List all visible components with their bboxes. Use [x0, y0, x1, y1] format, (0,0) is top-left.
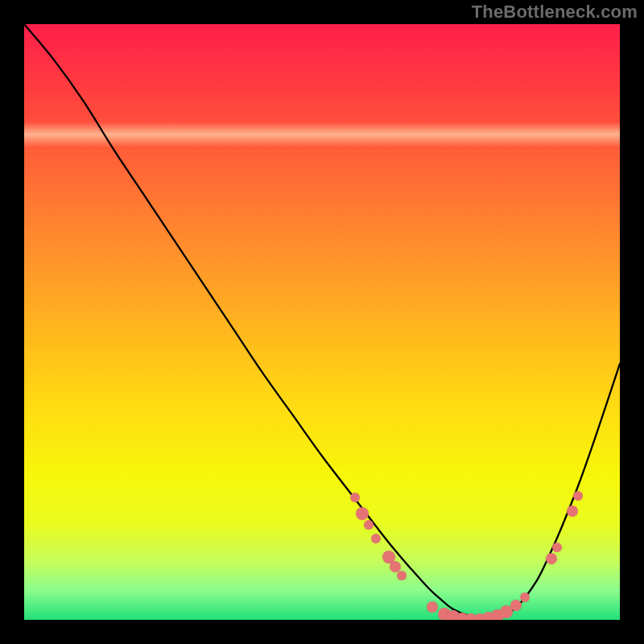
data-dot: [520, 592, 530, 602]
watermark-text: TheBottleneck.com: [472, 2, 638, 23]
bottleneck-curve: [24, 24, 620, 619]
data-dot: [510, 600, 522, 611]
data-dot: [567, 506, 578, 517]
plot-area: [24, 24, 620, 620]
data-dot: [546, 553, 557, 564]
data-dot: [397, 571, 407, 580]
data-dot: [371, 534, 381, 543]
data-dot: [350, 493, 360, 502]
data-dot: [427, 601, 438, 613]
data-dot: [552, 543, 562, 552]
data-dot: [573, 491, 583, 501]
chart-root: TheBottleneck.com: [0, 0, 644, 644]
data-dot: [364, 520, 374, 530]
data-dot: [356, 507, 369, 520]
curve-svg: [24, 24, 620, 620]
